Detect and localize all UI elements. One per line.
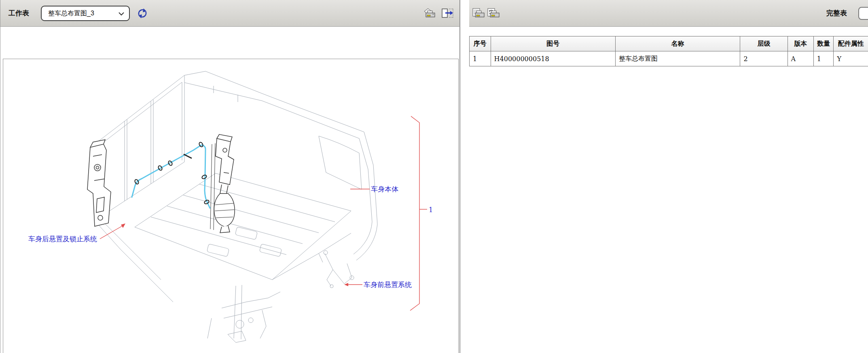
worksheet-label: 工作表 — [8, 0, 29, 27]
export-icon — [440, 7, 454, 19]
refresh-button[interactable] — [135, 7, 149, 20]
cell-qty[interactable]: 1 — [813, 51, 834, 66]
refresh-icon — [136, 7, 148, 19]
tube-clips — [134, 142, 210, 205]
print-table-button[interactable] — [472, 7, 485, 20]
callout-body-label[interactable]: 车身本体 — [371, 185, 398, 193]
header-qty[interactable]: 数量 — [813, 36, 834, 51]
table-header-row: 序号 图号 名称 层级 版本 数量 配件属性 — [470, 36, 868, 51]
printer-preview-icon — [487, 7, 500, 19]
cell-level[interactable]: 2 — [740, 51, 788, 66]
callout-front-suspension-label[interactable]: 车身前悬置系统 — [364, 281, 412, 289]
cell-seq[interactable]: 1 — [470, 51, 491, 66]
print-preview-button[interactable] — [487, 7, 500, 20]
header-level[interactable]: 层级 — [740, 36, 788, 51]
printer-sheet-icon — [423, 7, 436, 19]
cell-name[interactable]: 整车总布置图 — [615, 51, 740, 66]
header-attr[interactable]: 配件属性 — [834, 36, 868, 51]
header-seq[interactable]: 序号 — [470, 36, 491, 51]
header-name[interactable]: 名称 — [615, 36, 740, 51]
cell-drawing-no[interactable]: H400000000518 — [491, 51, 615, 66]
table-toolbar: 完整表 — [469, 0, 868, 27]
chevron-down-icon — [119, 12, 124, 16]
printer-list-icon — [472, 7, 485, 19]
cell-version[interactable]: A — [788, 51, 813, 66]
header-version[interactable]: 版本 — [788, 36, 813, 51]
drawing-panel: 工作表 整车总布置图_3 — [0, 0, 460, 353]
bracket-item-number[interactable]: 1 — [429, 206, 433, 214]
complete-table-toggle[interactable] — [858, 7, 868, 20]
drawing-toolbar: 工作表 整车总布置图_3 — [0, 0, 459, 27]
print-drawing-button[interactable] — [423, 7, 436, 20]
drawing-canvas[interactable]: 车身本体 车身后悬置及锁止系统 车身前悬置系统 1 — [3, 59, 459, 353]
worksheet-select-value: 整车总布置图_3 — [48, 6, 94, 20]
parts-catalog-window: 工作表 整车总布置图_3 — [0, 0, 868, 353]
worksheet-select[interactable]: 整车总布置图_3 — [41, 6, 130, 21]
complete-table-label: 完整表 — [826, 0, 847, 27]
callout-rear-suspension-label[interactable]: 车身后悬置及锁止系统 — [28, 235, 97, 243]
truck-cab-diagram: 车身本体 车身后悬置及锁止系统 车身前悬置系统 1 — [3, 59, 458, 353]
table-row[interactable]: 1 H400000000518 整车总布置图 2 A 1 Y — [470, 51, 868, 66]
tube-line — [132, 145, 210, 208]
parts-table-panel: 完整表 序号 图号 名称 层级 版本 数量 配件属性 — [469, 0, 868, 353]
cell-attr[interactable]: Y — [834, 51, 868, 66]
parts-table: 序号 图号 名称 层级 版本 数量 配件属性 1 H400000000518 整… — [469, 36, 868, 66]
header-drawing-no[interactable]: 图号 — [491, 36, 615, 51]
export-button[interactable] — [440, 7, 454, 20]
